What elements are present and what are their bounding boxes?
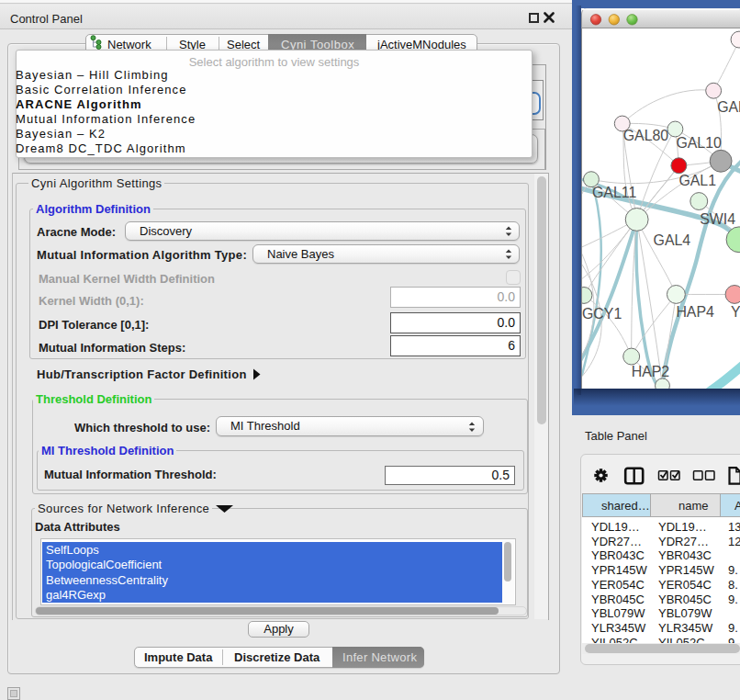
svg-text:GAL80: GAL80 <box>623 128 669 143</box>
svg-text:HAP4: HAP4 <box>676 304 714 320</box>
svg-text:GAL4: GAL4 <box>654 232 691 248</box>
svg-text:GAL1: GAL1 <box>678 173 716 188</box>
svg-text:GAL10: GAL10 <box>676 135 722 151</box>
svg-text:SWI4: SWI4 <box>700 211 735 227</box>
svg-text:GAL11: GAL11 <box>592 185 636 200</box>
svg-text:HAP2: HAP2 <box>632 364 670 379</box>
svg-text:Y: Y <box>731 304 740 320</box>
svg-text:GCY1: GCY1 <box>582 306 622 322</box>
svg-text:GAL7: GAL7 <box>717 99 740 115</box>
